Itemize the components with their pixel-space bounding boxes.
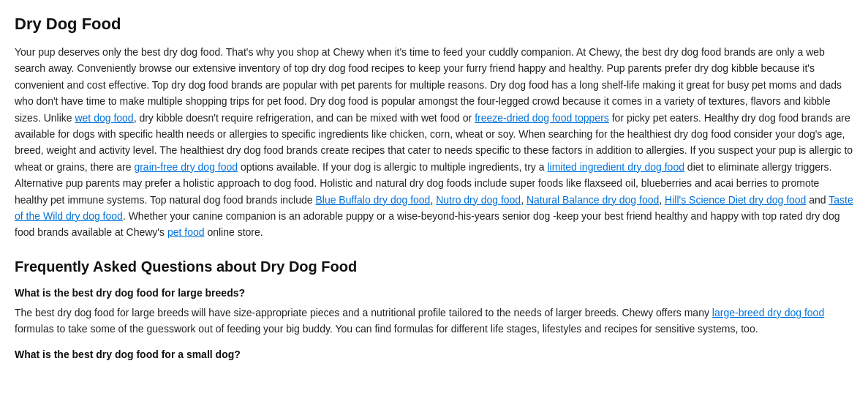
pet-food-link[interactable]: pet food bbox=[167, 226, 205, 238]
nutro-link[interactable]: Nutro dry dog food bbox=[436, 194, 521, 206]
limited-ingredient-link[interactable]: limited ingredient dry dog food bbox=[547, 161, 684, 173]
main-content: Dry Dog Food Your pup deserves only the … bbox=[15, 15, 853, 360]
hills-link[interactable]: Hill's Science Diet dry dog food bbox=[665, 194, 806, 206]
large-breed-link[interactable]: large-breed dry dog food bbox=[712, 307, 824, 318]
grain-free-link[interactable]: grain-free dry dog food bbox=[134, 161, 238, 173]
faq-title: Frequently Asked Questions about Dry Dog… bbox=[15, 258, 853, 275]
faq-question-1: What is the best dry dog food for large … bbox=[15, 287, 853, 299]
intro-paragraph: Your pup deserves only the best dry dog … bbox=[15, 44, 853, 241]
page-title: Dry Dog Food bbox=[15, 15, 853, 34]
faq-answer-1: The best dry dog food for large breeds w… bbox=[15, 305, 853, 338]
blue-buffalo-link[interactable]: Blue Buffalo dry dog food bbox=[315, 194, 430, 206]
wet-dog-food-link[interactable]: wet dog food bbox=[75, 112, 133, 124]
freeze-dried-link[interactable]: freeze-dried dog food toppers bbox=[475, 112, 609, 124]
natural-balance-link[interactable]: Natural Balance dry dog food bbox=[527, 194, 659, 206]
faq-question-2: What is the best dry dog food for a smal… bbox=[15, 348, 853, 360]
